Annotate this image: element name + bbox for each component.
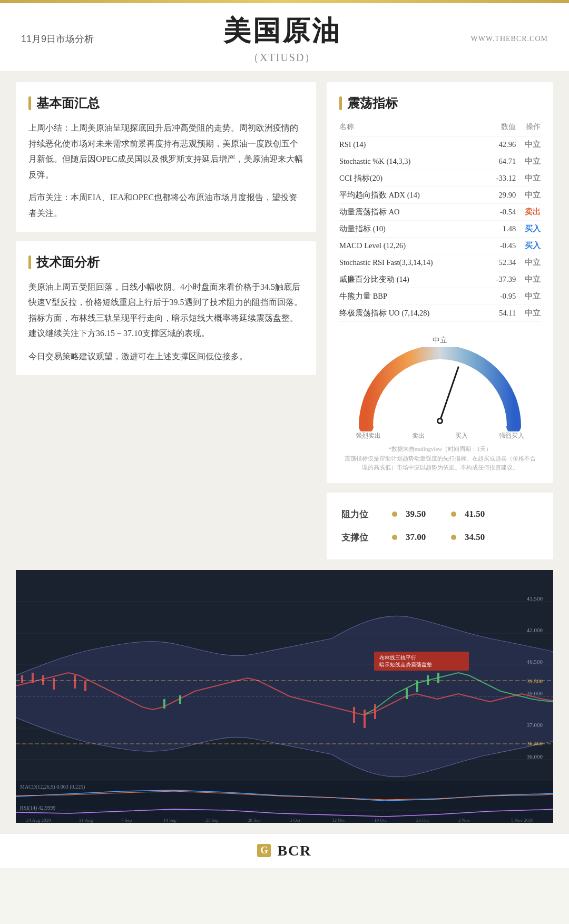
oscillator-row: 平均趋向指数 ADX (14)29.90中立: [339, 187, 541, 204]
chart-svg: 43.500 42.000 40.500 39.500 39.000 37.00…: [16, 570, 553, 823]
svg-rect-21: [406, 689, 408, 699]
oscillator-value: -0.54: [485, 204, 516, 221]
technical-card: 技术面分析 美原油上周五受阻回落，日线小幅收阴。4小时盘面来看价格于34.5触底…: [16, 241, 316, 375]
svg-text:暗示短线走势震荡盘整: 暗示短线走势震荡盘整: [379, 662, 432, 667]
svg-text:39.000: 39.000: [527, 690, 543, 696]
support-dot1: [392, 535, 397, 540]
header-website: WWW.THEBCR.COM: [471, 35, 548, 43]
technical-para2: 今日交易策略建议观望，激进可在上述支撑区间低位接多。: [28, 349, 303, 365]
page-subtitle: （XTIUSD）: [94, 51, 470, 65]
svg-rect-22: [416, 681, 418, 692]
main-content: 基本面汇总 上周小结：上周美原油呈现探底回升后冲高受阻的走势。周初欧洲疫情的持续…: [0, 72, 569, 570]
support-value1: 37.00: [406, 532, 443, 543]
oscillator-row: MACD Level (12,26)-0.45买入: [339, 238, 541, 254]
oscillator-name: RSI (14): [339, 136, 485, 153]
svg-text:2 Nov: 2 Nov: [458, 818, 470, 823]
gauge-center-label: 中立: [433, 336, 447, 345]
chart-section-wrapper: 43.500 42.000 40.500 39.500 39.000 37.00…: [0, 570, 569, 833]
svg-rect-20: [179, 695, 181, 704]
resistance-value2: 41.50: [465, 509, 502, 519]
support-value2: 34.50: [465, 532, 502, 543]
oscillator-row: Stochastic RSI Fast(3,3,14,14)52.34中立: [339, 254, 541, 271]
resistance-value1: 39.50: [406, 509, 443, 519]
svg-text:5 Nov 2020: 5 Nov 2020: [511, 818, 534, 823]
col-name-header: 名称: [339, 120, 485, 136]
oscillator-name: 动量震荡指标 AO: [339, 204, 485, 221]
technical-para1: 美原油上周五受阻回落，日线小幅收阴。4小时盘面来看价格于34.5触底后快速V型反…: [28, 279, 303, 341]
svg-text:31 Aug: 31 Aug: [79, 818, 93, 823]
chart-placeholder: 43.500 42.000 40.500 39.500 39.000 37.00…: [16, 570, 553, 823]
oscillator-action: 卖出: [516, 204, 541, 221]
oscillator-value: 1.48: [485, 221, 516, 238]
svg-text:26 Oct: 26 Oct: [416, 818, 429, 823]
fundamental-title: 基本面汇总: [36, 95, 100, 112]
oscillator-row: 终极震荡指标 UO (7,14,28)54.11中立: [339, 305, 541, 322]
svg-point-2: [438, 419, 442, 422]
oscillator-title: 震荡指标: [347, 95, 398, 112]
svg-text:5 Oct: 5 Oct: [290, 818, 300, 823]
oscillator-name: 牛熊力量 BBP: [339, 288, 485, 305]
svg-rect-13: [53, 678, 55, 690]
svg-text:布林线三轨平行: 布林线三轨平行: [379, 655, 416, 661]
sr-card: 阻力位 39.50 41.50 支撑位 37.00 34.50: [327, 493, 553, 559]
svg-text:36.460: 36.460: [527, 740, 543, 746]
technical-title: 技术面分析: [36, 254, 100, 271]
oscillator-name: 动量指标 (10): [339, 221, 485, 238]
svg-text:39.500: 39.500: [527, 678, 543, 684]
fundamental-para2: 后市关注：本周EIA、IEA和OPEC也都将公布原油市场月度报告，望投资者关注。: [28, 190, 303, 221]
resistance-dot1: [392, 512, 397, 517]
fundamental-card: 基本面汇总 上周小结：上周美原油呈现探底回升后冲高受阻的走势。周初欧洲疫情的持续…: [16, 82, 316, 232]
col-value-header: 数值: [485, 120, 516, 136]
svg-line-0: [440, 367, 458, 421]
svg-rect-23: [427, 675, 429, 685]
oscillator-row: RSI (14)42.96中立: [339, 136, 541, 153]
gauge-container: 中立: [339, 330, 541, 473]
oscillator-value: 42.96: [485, 136, 516, 153]
oscillator-name: CCI 指标(20): [339, 170, 485, 187]
oscillator-name: 威廉百分比变动 (14): [339, 271, 485, 288]
footer-bcr: BCR: [277, 842, 311, 859]
oscillator-name: Stochastic %K (14,3,3): [339, 153, 485, 170]
left-column: 基本面汇总 上周小结：上周美原油呈现探底回升后冲高受阻的走势。周初欧洲疫情的持续…: [16, 82, 316, 559]
oscillator-row: 动量指标 (10)1.48买入: [339, 221, 541, 238]
page-title: 美国原油: [94, 13, 470, 50]
oscillator-row: 牛熊力量 BBP-0.95中立: [339, 288, 541, 305]
oscillator-action: 中立: [516, 170, 541, 187]
oscillator-value: -33.12: [485, 170, 516, 187]
fundamental-title-bar: [28, 96, 31, 110]
oscillator-action: 中立: [516, 288, 541, 305]
svg-text:19 Oct: 19 Oct: [374, 818, 387, 823]
oscillator-title-bar: [339, 96, 342, 110]
oscillator-table: 名称 数值 操作 RSI (14)42.96中立Stochastic %K (1…: [339, 120, 541, 322]
svg-text:28 Sep: 28 Sep: [248, 818, 261, 823]
svg-text:43.500: 43.500: [527, 595, 543, 602]
col-action-header: 操作: [516, 120, 541, 136]
gauge-note: *数据来自tradingview（时间周期：1天） 震荡指标仅是帮助计划趋势动量…: [345, 445, 536, 473]
fundamental-body: 上周小结：上周美原油呈现探底回升后冲高受阻的走势。周初欧洲疫情的持续恶化使市场对…: [28, 120, 303, 221]
svg-rect-18: [374, 704, 376, 719]
oscillator-value: 64.71: [485, 153, 516, 170]
oscillator-row: Stochastic %K (14,3,3)64.71中立: [339, 153, 541, 170]
svg-rect-11: [32, 673, 34, 683]
svg-text:42.000: 42.000: [527, 627, 543, 633]
right-column: 震荡指标 名称 数值 操作 RSI (14)42.96中立Stochastic …: [327, 82, 553, 559]
oscillator-value: -0.45: [485, 238, 516, 254]
oscillator-action: 买入: [516, 221, 541, 238]
footer: G BCR: [0, 833, 569, 868]
support-row: 支撑位 37.00 34.50: [341, 526, 538, 549]
header: 11月9日市场分析 美国原油 （XTIUSD） WWW.THEBCR.COM: [0, 3, 569, 72]
svg-rect-19: [163, 699, 165, 709]
technical-title-bar: [28, 255, 31, 269]
technical-body: 美原油上周五受阻回落，日线小幅收阴。4小时盘面来看价格于34.5触底后快速V型反…: [28, 279, 303, 365]
svg-text:36.000: 36.000: [527, 753, 543, 760]
oscillator-action: 中立: [516, 136, 541, 153]
oscillator-name: 平均趋向指数 ADX (14): [339, 187, 485, 204]
svg-text:7 Sep: 7 Sep: [121, 818, 132, 823]
oscillator-row: 威廉百分比变动 (14)-37.39中立: [339, 271, 541, 288]
svg-text:14 Sep: 14 Sep: [163, 818, 176, 823]
gauge-svg: [356, 347, 524, 437]
svg-rect-10: [21, 675, 23, 683]
svg-rect-24: [437, 673, 439, 683]
oscillator-action: 中立: [516, 271, 541, 288]
resistance-label: 阻力位: [341, 508, 384, 520]
